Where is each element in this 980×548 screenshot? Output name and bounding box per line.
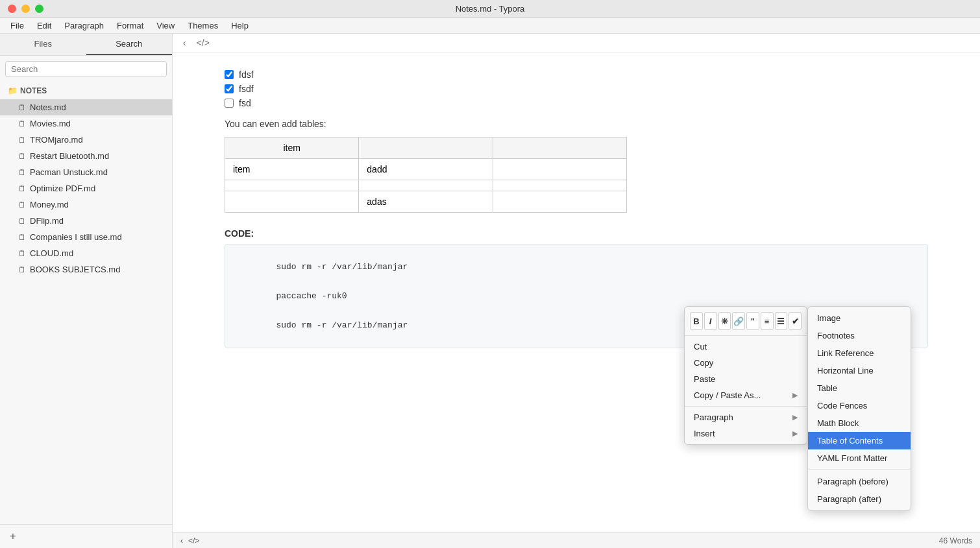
chevron-right-icon: ▶ xyxy=(792,413,798,422)
list-item[interactable]: 🗒 BOOKS SUBJETCS.md xyxy=(0,261,172,278)
table-header-2 xyxy=(493,137,626,159)
ctx-insert[interactable]: Insert ▶ xyxy=(685,425,807,442)
file-name: Notes.md xyxy=(30,102,66,112)
menu-help[interactable]: Help xyxy=(226,19,254,32)
ctx-copy-paste-as[interactable]: Copy / Paste As... ▶ xyxy=(685,387,807,403)
separator xyxy=(685,406,807,407)
separator xyxy=(808,470,911,470)
word-count: 46 Words xyxy=(939,536,972,545)
submenu-paragraph-before[interactable]: Paragraph (before) xyxy=(808,473,911,490)
checklist-text-1: fsdf xyxy=(239,84,254,94)
table-header-1 xyxy=(359,137,493,159)
checkbox-fdsf[interactable] xyxy=(225,70,234,79)
format-quote-button[interactable]: " xyxy=(746,312,759,330)
list-item[interactable]: 🗒 Money.md xyxy=(0,197,172,213)
submenu-footnotes[interactable]: Footnotes xyxy=(808,327,911,344)
code-line-2: sudo rm -r /var/lib/manjar xyxy=(276,320,408,330)
submenu-code-fences[interactable]: Code Fences xyxy=(808,397,911,414)
table-cell xyxy=(493,159,626,180)
format-star-button[interactable]: ✳ xyxy=(718,312,731,330)
menu-view[interactable]: View xyxy=(151,19,180,32)
list-item[interactable]: 🗒 Companies I still use.md xyxy=(0,229,172,245)
format-tasklist-button[interactable]: ✔ xyxy=(789,312,802,330)
list-item[interactable]: 🗒 Notes.md xyxy=(0,99,172,115)
sidebar-search-container xyxy=(0,56,172,82)
file-name: CLOUD.md xyxy=(30,248,73,258)
nav-source-button[interactable]: </> xyxy=(194,36,212,49)
table-header-0: item xyxy=(225,137,359,159)
submenu-link-reference[interactable]: Link Reference xyxy=(808,344,911,362)
sidebar-tabs: Files Search xyxy=(0,34,172,56)
format-bold-button[interactable]: B xyxy=(690,312,703,330)
titlebar-buttons xyxy=(8,5,43,13)
submenu-image[interactable]: Image xyxy=(808,309,911,327)
nav-back-bottom[interactable]: ‹ xyxy=(180,536,183,545)
ctx-cut[interactable]: Cut xyxy=(685,339,807,355)
menu-paragraph[interactable]: Paragraph xyxy=(59,19,109,32)
ctx-paste[interactable]: Paste xyxy=(685,371,807,387)
table-cell: item xyxy=(225,159,359,180)
menu-file[interactable]: File xyxy=(5,19,29,32)
tab-search[interactable]: Search xyxy=(86,34,173,55)
table-row: adas xyxy=(225,191,627,213)
submenu-paragraph-after[interactable]: Paragraph (after) xyxy=(808,490,911,508)
submenu-table[interactable]: Table xyxy=(808,379,911,397)
file-icon: 🗒 xyxy=(18,119,26,128)
chevron-right-icon: ▶ xyxy=(792,391,798,399)
close-button[interactable] xyxy=(8,5,16,13)
format-ordered-list-button[interactable]: ≡ xyxy=(761,312,774,330)
format-bar: B I ✳ 🔗 " ≡ ☰ ✔ xyxy=(685,309,807,333)
list-item[interactable]: 🗒 TROMjaro.md xyxy=(0,132,172,148)
list-item[interactable]: 🗒 DFlip.md xyxy=(0,213,172,229)
tab-files[interactable]: Files xyxy=(0,34,86,55)
nav-source-bottom[interactable]: </> xyxy=(188,536,199,545)
file-name: BOOKS SUBJETCS.md xyxy=(30,265,120,274)
list-item[interactable]: 🗒 Movies.md xyxy=(0,115,172,132)
menu-themes[interactable]: Themes xyxy=(182,19,223,32)
insert-sub-menu: Image Footnotes Link Reference Horizonta… xyxy=(807,306,911,511)
file-name: Companies I still use.md xyxy=(30,232,122,242)
submenu-math-block[interactable]: Math Block xyxy=(808,414,911,432)
file-icon: 🗒 xyxy=(18,168,26,177)
minimize-button[interactable] xyxy=(21,5,30,13)
maximize-button[interactable] xyxy=(35,5,43,13)
file-name: Optimize PDF.md xyxy=(30,184,95,193)
list-item[interactable]: 🗒 Pacman Unstuck.md xyxy=(0,164,172,180)
file-icon: 🗒 xyxy=(18,217,26,226)
editor-area: ‹ </> fdsf fsdf fsd You can even add tab… xyxy=(173,34,980,548)
editor-nav: ‹ </> xyxy=(173,34,980,53)
folder-icon: 📁 xyxy=(8,86,18,95)
list-item[interactable]: 🗒 CLOUD.md xyxy=(0,245,172,261)
menu-edit[interactable]: Edit xyxy=(32,19,56,32)
menubar: File Edit Paragraph Format View Themes H… xyxy=(0,18,980,34)
submenu-yaml-front-matter[interactable]: YAML Front Matter xyxy=(808,449,911,467)
titlebar: Notes.md - Typora xyxy=(0,0,980,18)
format-italic-button[interactable]: I xyxy=(704,312,717,330)
file-icon: 🗒 xyxy=(18,136,26,145)
menu-format[interactable]: Format xyxy=(112,19,149,32)
list-item[interactable]: 🗒 Optimize PDF.md xyxy=(0,180,172,197)
table-cell xyxy=(225,191,359,213)
file-icon: 🗒 xyxy=(18,200,26,209)
ctx-copy[interactable]: Copy xyxy=(685,355,807,371)
file-icon: 🗒 xyxy=(18,152,26,161)
add-file-button[interactable]: + xyxy=(5,529,21,544)
submenu-horizontal-line[interactable]: Horizontal Line xyxy=(808,362,911,379)
file-icon: 🗒 xyxy=(18,184,26,193)
section-label: NOTES xyxy=(20,86,47,95)
submenu-table-of-contents[interactable]: Table of Contents xyxy=(808,432,911,449)
table-cell xyxy=(493,180,626,191)
checkbox-fsd[interactable] xyxy=(225,99,234,108)
search-input[interactable] xyxy=(5,61,167,77)
list-item[interactable]: 🗒 Restart Bluetooth.md xyxy=(0,148,172,164)
checklist-item-1: fsdf xyxy=(225,84,928,94)
sidebar-file-list: 🗒 Notes.md 🗒 Movies.md 🗒 TROMjaro.md 🗒 R… xyxy=(0,99,172,524)
checklist-item-0: fdsf xyxy=(225,69,928,80)
nav-back-button[interactable]: ‹ xyxy=(180,36,189,49)
checkbox-fsdf[interactable] xyxy=(225,84,234,93)
separator xyxy=(685,335,807,336)
ctx-paragraph[interactable]: Paragraph ▶ xyxy=(685,409,807,425)
format-link-button[interactable]: 🔗 xyxy=(732,312,745,330)
format-unordered-list-button[interactable]: ☰ xyxy=(775,312,788,330)
file-name: Movies.md xyxy=(30,119,71,128)
